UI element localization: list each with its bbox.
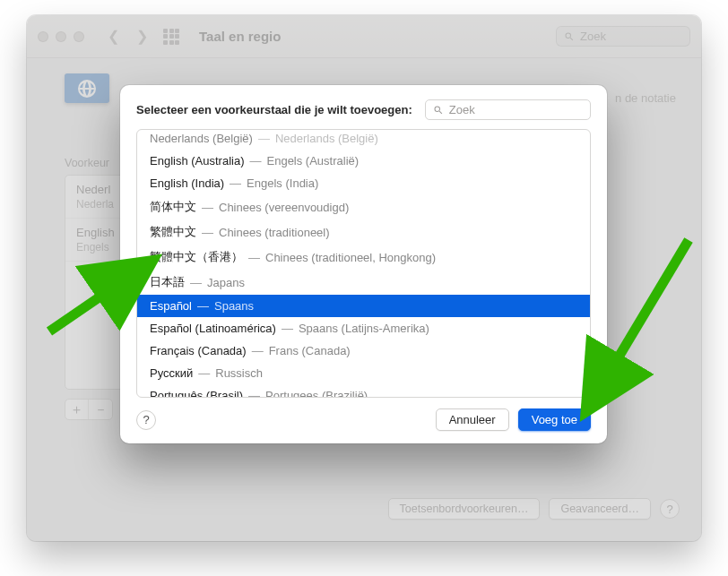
dialog-search-placeholder: Zoek (449, 103, 475, 116)
language-option[interactable]: English (Australia) — Engels (Australië) (137, 150, 590, 172)
search-icon (564, 31, 575, 42)
help-button[interactable]: ? (660, 499, 680, 519)
cancel-button[interactable]: Annuleer (436, 408, 509, 431)
titlebar: ❮ ❯ Taal en regio Zoek (27, 15, 701, 58)
show-all-icon[interactable] (163, 29, 179, 45)
language-native: Русский (150, 366, 193, 380)
preferred-languages-label: Voorkeur (65, 157, 109, 169)
close-dot[interactable] (38, 31, 48, 42)
add-remove-buttons: ＋ － (65, 399, 113, 420)
language-list[interactable]: Nederlands (België) — Nederlands (België… (136, 129, 591, 398)
advanced-button[interactable]: Geavanceerd… (549, 498, 651, 520)
forward-button[interactable]: ❯ (131, 26, 152, 47)
language-option[interactable]: 繁體中文（香港） — Chinees (traditioneel, Hongko… (137, 245, 590, 270)
language-option[interactable]: Español — Spaans (137, 295, 590, 317)
add-button[interactable]: Voeg toe (518, 408, 591, 431)
language-localized: Russisch (215, 366, 263, 380)
language-localized: Engels (Australië) (267, 154, 360, 168)
language-option[interactable]: Nederlands (België) — Nederlands (België… (137, 130, 590, 150)
dash-separator: — (197, 299, 209, 313)
language-localized: Nederlands (België) (275, 132, 378, 145)
dash-separator: — (282, 322, 293, 335)
dash-separator: — (250, 154, 262, 168)
dash-separator: — (190, 276, 202, 289)
add-language-button[interactable]: ＋ (65, 400, 89, 419)
globe-flag-icon (65, 73, 109, 103)
language-native: 日本語 (150, 274, 185, 290)
dash-separator: — (198, 366, 210, 380)
language-localized: Spaans (Latijns-Amerika) (299, 322, 429, 335)
language-option[interactable]: 繁體中文 — Chinees (traditioneel) (137, 219, 590, 245)
language-option[interactable]: 简体中文 — Chinees (vereenvoudigd) (137, 194, 590, 219)
dialog-search[interactable]: Zoek (425, 99, 591, 120)
language-native: English (India) (150, 176, 224, 190)
language-localized: Chinees (traditioneel, Hongkong) (265, 251, 436, 264)
back-button[interactable]: ❮ (102, 26, 124, 47)
dialog-prompt: Selecteer een voorkeurstaal die je wilt … (136, 103, 412, 116)
language-option[interactable]: Français (Canada) — Frans (Canada) (137, 340, 590, 362)
dash-separator: — (248, 251, 260, 264)
language-localized: Engels (India) (247, 176, 318, 190)
language-option[interactable]: Русский — Russisch (137, 362, 590, 384)
language-native: Español (Latinoamérica) (150, 322, 276, 335)
dash-separator: — (202, 226, 213, 239)
traffic-lights[interactable] (38, 31, 84, 42)
language-native: English (Australia) (150, 154, 245, 168)
dash-separator: — (252, 344, 264, 357)
language-option[interactable]: English (India) — Engels (India) (137, 172, 590, 194)
language-native: 简体中文 (150, 199, 196, 215)
language-localized: Chinees (traditioneel) (219, 226, 330, 239)
language-native: 繁體中文（香港） (150, 249, 243, 265)
language-option[interactable]: Español (Latinoamérica) — Spaans (Latijn… (137, 317, 590, 340)
language-localized: Japans (207, 276, 245, 289)
dash-separator: — (230, 176, 241, 190)
language-localized: Portugees (Brazilië) (265, 389, 368, 397)
language-native: Nederlands (België) (150, 132, 253, 145)
dash-separator: — (202, 201, 213, 214)
toolbar-search[interactable]: Zoek (556, 26, 690, 47)
dialog-help-button[interactable]: ? (136, 410, 156, 430)
language-localized: Chinees (vereenvoudigd) (219, 201, 349, 214)
add-language-dialog: Selecteer een voorkeurstaal die je wilt … (120, 85, 607, 443)
language-native: 繁體中文 (150, 224, 196, 240)
language-localized: Frans (Canada) (269, 344, 351, 357)
language-native: Português (Brasil) (150, 389, 243, 397)
toolbar-search-placeholder: Zoek (580, 30, 606, 43)
keyboard-preferences-button[interactable]: Toetsenbordvoorkeuren… (388, 498, 541, 520)
language-native: Español (150, 299, 192, 313)
zoom-dot[interactable] (74, 31, 84, 42)
bottom-button-row: Toetsenbordvoorkeuren… Geavanceerd… ? (388, 498, 680, 520)
dash-separator: — (248, 389, 260, 397)
search-icon (433, 105, 444, 116)
language-option[interactable]: Português (Brasil) — Portugees (Brazilië… (137, 384, 590, 397)
remove-language-button[interactable]: － (89, 400, 112, 419)
window-title: Taal en regio (199, 29, 281, 44)
notation-text-fragment: n de notatie (615, 91, 676, 105)
minimize-dot[interactable] (56, 31, 66, 42)
dash-separator: — (258, 132, 270, 145)
language-native: Français (Canada) (150, 344, 247, 357)
language-localized: Spaans (214, 299, 254, 313)
language-option[interactable]: 日本語 — Japans (137, 270, 590, 295)
